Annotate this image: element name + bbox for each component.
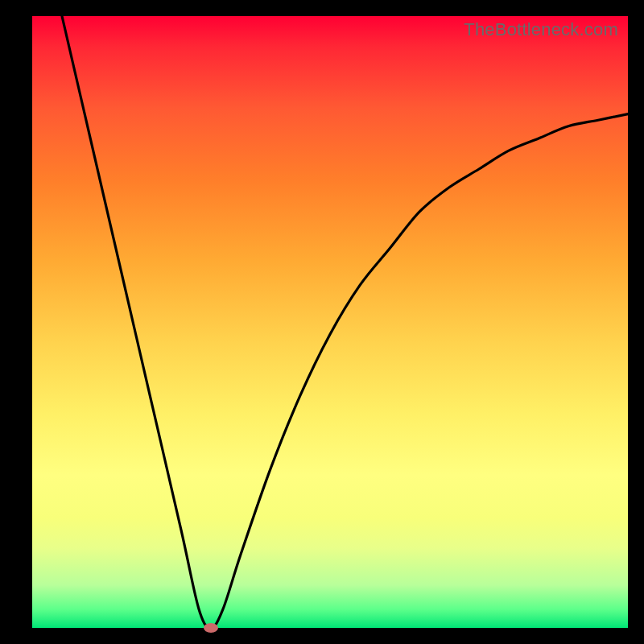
- watermark-text: TheBottleneck.com: [464, 19, 618, 40]
- bottleneck-curve: [32, 16, 628, 628]
- optimal-point-marker: [204, 623, 218, 633]
- plot-area: TheBottleneck.com: [32, 16, 628, 628]
- chart-frame: TheBottleneck.com: [0, 0, 644, 644]
